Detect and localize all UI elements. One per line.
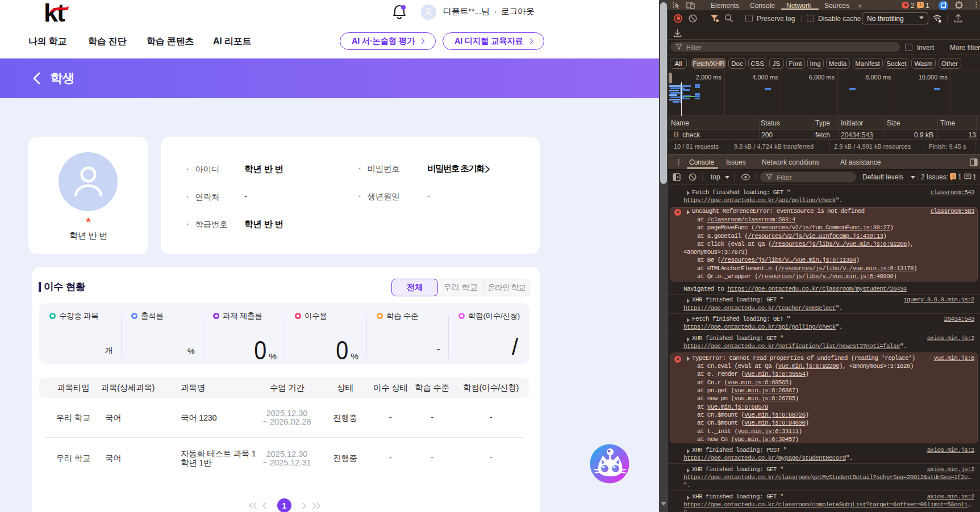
svg-text:kt: kt	[44, 2, 65, 23]
